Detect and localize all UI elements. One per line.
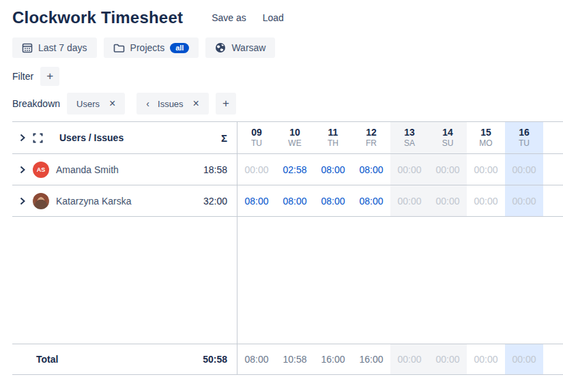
total-cell: 00:00 [505, 344, 543, 374]
time-cell[interactable]: 00:00 [390, 185, 429, 216]
load-button[interactable]: Load [263, 12, 284, 23]
day-column-header: 16TU [505, 122, 543, 153]
breakdown-chip-issues[interactable]: ‹ Issues × [136, 93, 209, 115]
expand-row-icon[interactable] [19, 197, 26, 205]
breakdown-chips: Users × ‹ Issues × [67, 93, 209, 115]
fullscreen-icon[interactable] [33, 133, 43, 143]
expand-all-icon[interactable] [19, 134, 26, 142]
globe-icon [215, 42, 226, 53]
projects-filter-button[interactable]: Projects all [104, 37, 199, 58]
timesheet-header-left: Users / IssuesΣ [12, 122, 237, 153]
clockwork-timesheet-page: Clockwork Timesheet Save as Load Last 7 … [0, 0, 563, 375]
time-cell[interactable]: 00:00 [467, 154, 505, 185]
time-cell[interactable]: 00:00 [390, 154, 429, 185]
projects-filter-label: Projects [130, 42, 165, 53]
total-value: 10:58 [283, 354, 306, 365]
time-cell[interactable]: 00:00 [429, 185, 467, 216]
total-cell: 00:00 [467, 344, 505, 374]
total-value: 16:00 [359, 354, 383, 365]
total-value: 16:00 [321, 354, 345, 365]
expand-row-icon[interactable] [19, 166, 26, 174]
day-name: TU [519, 138, 530, 149]
day-column-header: 14SU [429, 122, 467, 153]
row-total: 18:58 [203, 164, 227, 175]
move-left-icon[interactable]: ‹ [146, 98, 149, 109]
time-value: 00:00 [397, 164, 421, 175]
user-name: Katarzyna Karska [56, 196, 132, 207]
date-range-label: Last 7 days [38, 42, 87, 53]
total-value: 00:00 [474, 354, 497, 365]
total-value: 08:00 [244, 354, 268, 365]
breakdown-chip-users[interactable]: Users × [67, 93, 125, 115]
time-cell[interactable]: 00:00 [505, 154, 543, 185]
grand-total: 50:58 [203, 354, 227, 365]
time-value: 08:00 [244, 196, 268, 207]
time-cell[interactable]: 08:00 [314, 154, 352, 185]
time-cell[interactable]: 00:00 [505, 185, 543, 216]
add-breakdown-button[interactable]: + [216, 93, 236, 115]
time-value: 00:00 [512, 196, 536, 207]
projects-all-badge: all [170, 43, 189, 53]
time-cell[interactable]: 08:00 [352, 154, 390, 185]
breakdown-section: Breakdown Users × ‹ Issues × + [12, 93, 563, 115]
remove-issues-chip-icon[interactable]: × [193, 98, 199, 109]
time-value: 08:00 [359, 196, 383, 207]
timesheet-empty-area [12, 217, 563, 344]
day-column-header: 13SA [390, 122, 429, 153]
user-row[interactable]: ASAmanda Smith18:5800:0002:5808:0008:000… [12, 154, 563, 185]
user-row-left: Katarzyna Karska32:00 [12, 185, 237, 216]
add-filter-button[interactable]: + [40, 67, 59, 86]
timesheet-grid: Users / IssuesΣ09TU10WE11TH12FR13SA14SU1… [12, 121, 563, 375]
filter-section-label: Filter [12, 71, 33, 82]
time-cell[interactable]: 08:00 [237, 185, 276, 216]
filter-section: Filter + [12, 67, 563, 86]
time-cell[interactable]: 02:58 [276, 154, 314, 185]
time-value: 08:00 [283, 196, 306, 207]
row-total: 32:00 [203, 196, 227, 207]
user-row[interactable]: Katarzyna Karska32:0008:0008:0008:0008:0… [12, 185, 563, 217]
day-name: WE [288, 138, 301, 149]
total-cell: 16:00 [314, 344, 352, 374]
avatar [33, 193, 49, 209]
day-name: TU [251, 138, 262, 149]
filter-buttons-row: Last 7 days Projects all Warsaw [12, 37, 563, 58]
day-number: 15 [480, 127, 491, 138]
day-column-header: 15MO [467, 122, 505, 153]
time-cell[interactable]: 00:00 [467, 185, 505, 216]
total-row-left: Total50:58 [12, 344, 237, 374]
day-name: SU [442, 138, 454, 149]
total-cell: 16:00 [352, 344, 390, 374]
user-name: Amanda Smith [56, 164, 119, 175]
time-cell[interactable]: 08:00 [276, 185, 314, 216]
time-cell[interactable]: 00:00 [237, 154, 276, 185]
sum-column-header[interactable]: Σ [221, 132, 227, 144]
time-value: 02:58 [283, 164, 306, 175]
folder-icon [113, 43, 125, 53]
time-value: 08:00 [321, 196, 345, 207]
time-value: 08:00 [359, 164, 383, 175]
day-column-header: 12FR [352, 122, 390, 153]
timesheet-header-row: Users / IssuesΣ09TU10WE11TH12FR13SA14SU1… [12, 122, 563, 154]
timesheet-empty-left [12, 217, 237, 344]
time-cell[interactable]: 00:00 [429, 154, 467, 185]
page-header: Clockwork Timesheet Save as Load [12, 0, 563, 27]
time-value: 00:00 [474, 164, 497, 175]
day-number: 16 [519, 127, 530, 138]
calendar-icon [22, 42, 33, 53]
remove-users-chip-icon[interactable]: × [109, 98, 115, 109]
total-row: Total50:5808:0010:5816:0016:0000:0000:00… [12, 344, 563, 375]
breakdown-section-label: Breakdown [12, 98, 60, 109]
day-number: 09 [251, 127, 262, 138]
day-number: 13 [404, 127, 415, 138]
timezone-button[interactable]: Warsaw [205, 37, 275, 58]
date-range-button[interactable]: Last 7 days [12, 37, 97, 58]
time-cell[interactable]: 08:00 [352, 185, 390, 216]
day-column-header: 11TH [314, 122, 352, 153]
time-cell[interactable]: 08:00 [314, 185, 352, 216]
avatar: AS [33, 162, 49, 178]
save-as-button[interactable]: Save as [212, 12, 246, 23]
page-title: Clockwork Timesheet [12, 8, 183, 27]
time-value: 00:00 [435, 196, 459, 207]
first-column-header: Users / Issues [59, 132, 124, 143]
user-row-left: ASAmanda Smith18:58 [12, 154, 237, 185]
